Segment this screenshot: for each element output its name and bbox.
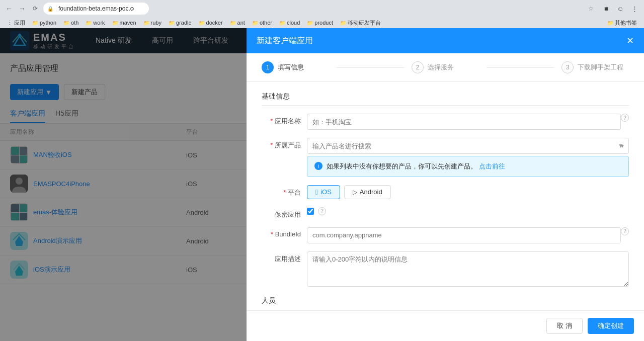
- step-1-circle: 1: [262, 61, 274, 73]
- lock-icon: 🔒: [47, 6, 53, 12]
- info-text: 如果列表中没有你想要的产品，你可以先创建产品。 点击前往: [327, 161, 505, 172]
- reload-button[interactable]: ⟳: [30, 4, 40, 14]
- bundle-id-input[interactable]: [307, 227, 621, 243]
- bundle-id-control: [307, 227, 621, 243]
- bookmark-python[interactable]: 📁 python: [29, 19, 59, 26]
- app-name-label: 应用名称: [262, 114, 307, 126]
- step-1-label: 填写信息: [278, 63, 304, 72]
- bookmark-apps[interactable]: ⋮ 应用: [4, 19, 28, 27]
- apple-icon: : [315, 188, 318, 196]
- address-bar-wrap: 🔒 ☆: [43, 3, 598, 15]
- folder-icon: 📁: [252, 20, 258, 26]
- bookmark-product[interactable]: 📁 product: [304, 19, 336, 26]
- cancel-button[interactable]: 取 消: [546, 318, 583, 334]
- secure-app-help-icon[interactable]: ?: [318, 207, 326, 215]
- secure-app-control: ?: [307, 207, 629, 215]
- browser-chrome: ← → ⟳ 🔒 ☆ ◾ ☺ ⋮ ⋮ 应用 📁 python 📁 oth 📁 wo…: [0, 0, 644, 28]
- step-2-circle: 2: [412, 61, 424, 73]
- step-line-1: [337, 67, 404, 68]
- bundle-id-label: BundleId: [262, 227, 307, 238]
- step-2-label: 选择服务: [428, 63, 454, 72]
- description-control: [307, 251, 629, 288]
- personnel-title: 人员: [262, 296, 629, 305]
- secure-app-checkbox[interactable]: [307, 208, 314, 215]
- forward-button[interactable]: →: [17, 4, 27, 14]
- bookmark-cloud[interactable]: 📁 cloud: [276, 19, 303, 26]
- bundle-id-help-icon[interactable]: ?: [621, 227, 629, 235]
- step-3-label: 下载脚手架工程: [578, 63, 623, 72]
- form-row-secure-app: 保密应用 ?: [262, 207, 629, 219]
- bookmark-oth[interactable]: 📁 oth: [60, 19, 82, 26]
- product-control: ▼ i 如果列表中没有你想要的产品，你可以先创建产品。 点击前往: [307, 138, 629, 177]
- app-name-control: [307, 114, 621, 130]
- android-icon: ▷: [353, 189, 357, 196]
- folder-icon: 📁: [199, 20, 205, 26]
- content-area: 产品应用管理 新建应用 ▼ 新建产品 客户端应用 H5应用 应用名称 平台: [0, 53, 644, 341]
- bookmark-maven[interactable]: 📁 maven: [109, 19, 139, 26]
- platform-ios-button[interactable]:  iOS: [307, 185, 340, 199]
- folder-icon: 📁: [307, 20, 313, 26]
- bookmark-mobile-platform[interactable]: 📁 移动研发平台: [337, 19, 384, 27]
- form-row-product: 所属产品 ▼ i 如果列表中没有你想要的产品，你可以先创建产品。 点击前往: [262, 138, 629, 177]
- step-1: 1 填写信息: [262, 61, 329, 73]
- folder-icon: 📁: [169, 20, 175, 26]
- platform-control:  iOS ▷ Android: [307, 185, 629, 199]
- bookmark-ant[interactable]: 📁 ant: [227, 19, 248, 26]
- platform-buttons:  iOS ▷ Android: [307, 185, 629, 199]
- form-row-platform: 平台  iOS ▷ Android: [262, 185, 629, 199]
- product-label: 所属产品: [262, 138, 307, 150]
- folder-icon: 📁: [86, 20, 92, 26]
- product-select-wrap: ▼: [307, 138, 629, 154]
- step-line-2: [487, 67, 554, 68]
- folder-icon: 📁: [112, 20, 118, 26]
- form-row-description: 应用描述: [262, 251, 629, 288]
- folder-icon: 📁: [230, 20, 236, 26]
- modal-steps: 1 填写信息 2 选择服务 3 下载脚手架工程: [247, 53, 644, 82]
- folder-icon: 📁: [32, 20, 38, 26]
- folder-icon: 📁: [279, 20, 285, 26]
- description-label: 应用描述: [262, 251, 307, 264]
- bookmark-ruby[interactable]: 📁 ruby: [140, 19, 165, 26]
- step-3: 3 下载脚手架工程: [561, 61, 629, 73]
- menu-button[interactable]: ⋮: [629, 3, 640, 14]
- platform-label: 平台: [262, 185, 307, 197]
- bookmark-docker[interactable]: 📁 docker: [196, 19, 226, 26]
- extensions-button[interactable]: ◾: [601, 3, 612, 14]
- form-row-bundle-id: BundleId ?: [262, 227, 629, 243]
- back-button[interactable]: ←: [4, 4, 14, 14]
- confirm-button[interactable]: 确定创建: [588, 318, 634, 334]
- app-name-input[interactable]: [307, 114, 621, 130]
- info-icon: i: [314, 162, 323, 170]
- checkbox-row: ?: [307, 207, 629, 215]
- folder-icon: 📁: [340, 20, 346, 26]
- app-area: EMAS 移动研发平台 Native 研发 高可用 跨平台研发 网... 产品应…: [0, 28, 644, 341]
- description-textarea[interactable]: [307, 251, 629, 287]
- bookmarks-bar: ⋮ 应用 📁 python 📁 oth 📁 work 📁 maven 📁 rub…: [0, 17, 644, 28]
- bookmark-other[interactable]: 📁 other: [249, 19, 275, 26]
- step-2: 2 选择服务: [412, 61, 479, 73]
- bookmark-work[interactable]: 📁 work: [83, 19, 108, 26]
- form-row-app-name: 应用名称 ?: [262, 114, 629, 130]
- grid-icon: ⋮: [7, 20, 13, 26]
- folder-icon: 📁: [607, 20, 613, 26]
- modal-body: 基础信息 应用名称 ? 所属产品 ▼: [247, 82, 644, 310]
- address-bar[interactable]: [43, 3, 149, 15]
- product-info-box: i 如果列表中没有你想要的产品，你可以先创建产品。 点击前往: [307, 156, 629, 177]
- secure-app-label: 保密应用: [262, 207, 307, 219]
- app-name-help-icon[interactable]: ?: [621, 114, 629, 122]
- folder-icon: 📁: [143, 20, 149, 26]
- info-link[interactable]: 点击前往: [479, 162, 505, 170]
- basic-info-title: 基础信息: [262, 92, 629, 106]
- bookmark-other-books[interactable]: 📁 其他书签: [604, 19, 640, 27]
- platform-android-button[interactable]: ▷ Android: [344, 185, 391, 199]
- product-search-input[interactable]: [307, 138, 629, 154]
- account-button[interactable]: ☺: [615, 3, 626, 14]
- step-3-circle: 3: [561, 61, 574, 73]
- new-client-app-modal: 新建客户端应用 ✕ 1 填写信息 2 选择服务 3 下载脚手架工程: [247, 53, 644, 341]
- folder-icon: 📁: [63, 20, 69, 26]
- modal-footer: 取 消 确定创建: [247, 310, 644, 341]
- star-icon[interactable]: ☆: [588, 5, 594, 12]
- bookmark-gradle[interactable]: 📁 gradle: [166, 19, 195, 26]
